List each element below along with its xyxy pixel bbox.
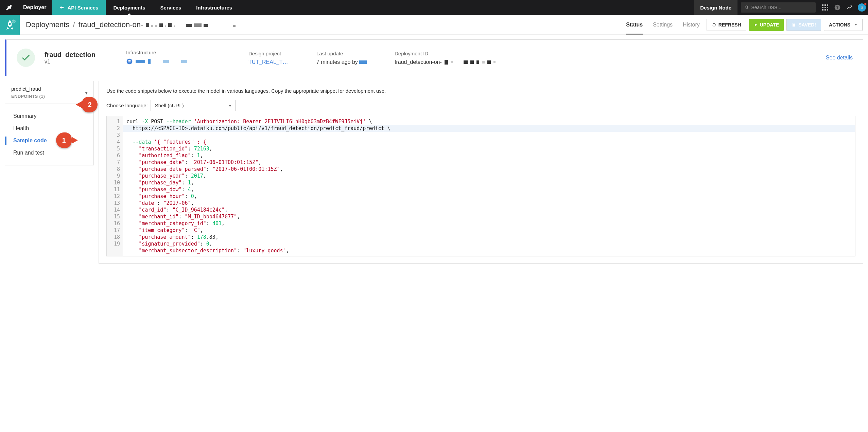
language-select[interactable]: Shell (cURL) (151, 100, 236, 111)
redacted-text (146, 23, 236, 27)
actions-button[interactable]: ACTIONS (824, 19, 863, 31)
bird-logo-icon[interactable] (0, 3, 18, 12)
tab-settings[interactable]: Settings (653, 15, 673, 35)
choose-language-label: Choose language: (106, 103, 148, 108)
update-label: UPDATE (760, 22, 779, 28)
sidebar-item-sample-code[interactable]: Sample code (5, 134, 93, 147)
nav-tab-api-services[interactable]: API Services (52, 0, 106, 15)
svg-rect-9 (824, 9, 826, 11)
svg-rect-5 (822, 7, 823, 8)
status-ok-icon (17, 49, 35, 67)
intro-text: Use the code snippets below to execute t… (106, 88, 855, 94)
subheader: ⟳ Deployments / fraud_detection-on- Stat… (0, 15, 868, 35)
sidebar-nav: Summary Health Sample code Run and test … (5, 104, 94, 165)
play-icon (754, 23, 758, 27)
search-box[interactable] (741, 2, 816, 13)
svg-point-0 (745, 6, 747, 8)
refresh-icon (712, 22, 716, 27)
refresh-button[interactable]: REFRESH (707, 19, 746, 31)
refresh-label: REFRESH (718, 22, 741, 28)
breadcrumb: Deployments / fraud_detection-on- (20, 20, 236, 29)
svg-text:⟳: ⟳ (12, 20, 15, 23)
svg-rect-2 (822, 4, 823, 6)
saved-label: SAVED! (798, 22, 816, 28)
project-label: Design project (248, 51, 296, 56)
design-node-label[interactable]: Design Node (694, 0, 737, 15)
user-avatar[interactable]: S (856, 3, 868, 12)
code-body[interactable]: curl -X POST --header 'Authorization: Be… (123, 116, 855, 256)
save-icon (792, 22, 796, 27)
svg-rect-10 (827, 9, 828, 11)
infra-label: Infrastructure (126, 50, 228, 55)
infra-value (126, 58, 187, 65)
tab-history[interactable]: History (683, 15, 700, 35)
trend-icon[interactable] (844, 4, 856, 11)
nav-tab-infrastructures[interactable]: Infrastructures (189, 0, 240, 15)
tab-status[interactable]: Status (626, 15, 643, 35)
top-nav: Deployer API Services Deployments Servic… (0, 0, 868, 15)
breadcrumb-root[interactable]: Deployments (26, 20, 69, 29)
depid-value: fraud_detection-on- (395, 59, 496, 65)
endpoint-name: predict_fraud (11, 86, 87, 92)
chevron-down-icon: ▼ (84, 90, 89, 95)
infra-icon (126, 58, 133, 65)
service-version: v1 (45, 59, 106, 65)
svg-rect-4 (827, 4, 828, 6)
code-snippet: 12345678910111213141516171819 curl -X PO… (106, 116, 855, 256)
search-input[interactable] (751, 5, 812, 10)
code-gutter: 12345678910111213141516171819 (107, 116, 123, 256)
action-buttons: REFRESH UPDATE SAVED! ACTIONS (707, 19, 868, 31)
svg-rect-7 (827, 7, 828, 8)
project-rocket-icon[interactable]: ⟳ (0, 15, 20, 35)
depid-label: Deployment ID (395, 51, 503, 56)
help-icon[interactable]: ? (831, 4, 844, 11)
svg-line-1 (747, 8, 748, 9)
apps-grid-icon[interactable] (819, 4, 831, 11)
see-details-link[interactable]: See details (826, 55, 853, 61)
subheader-tabs: Status Settings History (619, 15, 707, 35)
endpoint-selector[interactable]: predict_fraud ENDPOINTS (1) ▼ (5, 81, 94, 104)
svg-rect-3 (824, 4, 826, 6)
svg-rect-8 (822, 9, 823, 11)
sidebar-item-health[interactable]: Health (5, 122, 93, 134)
lastupdate-label: Last update (316, 51, 374, 56)
annotation-callout-2: 2 (82, 97, 98, 112)
annotation-callout-1: 1 (56, 132, 72, 148)
svg-text:?: ? (836, 5, 838, 10)
main-panel: Use the code snippets below to execute t… (99, 81, 863, 264)
service-name: fraud_detection (45, 51, 106, 59)
nav-tab-deployments[interactable]: Deployments (106, 0, 153, 15)
endpoints-count: ENDPOINTS (1) (11, 94, 87, 99)
status-card: fraud_detection v1 Infrastructure Design… (5, 39, 863, 76)
breadcrumb-current: fraud_detection-on- (79, 20, 143, 29)
project-link[interactable]: TUT_REAL_T… (248, 59, 296, 65)
nav-tab-api-services-label: API Services (67, 5, 98, 11)
brand-label: Deployer (18, 4, 52, 11)
sidebar-item-summary[interactable]: Summary (5, 110, 93, 122)
svg-rect-6 (824, 7, 826, 8)
avatar-letter: S (861, 5, 863, 10)
update-button[interactable]: UPDATE (749, 19, 784, 31)
sidebar: predict_fraud ENDPOINTS (1) ▼ Summary He… (5, 81, 94, 264)
nav-tab-services[interactable]: Services (153, 0, 189, 15)
lastupdate-value: 7 minutes ago by (316, 59, 374, 65)
breadcrumb-sep: / (69, 20, 78, 29)
notification-dot-icon (864, 3, 867, 5)
saved-button: SAVED! (786, 19, 821, 31)
sidebar-item-run-test[interactable]: Run and test (5, 147, 93, 159)
